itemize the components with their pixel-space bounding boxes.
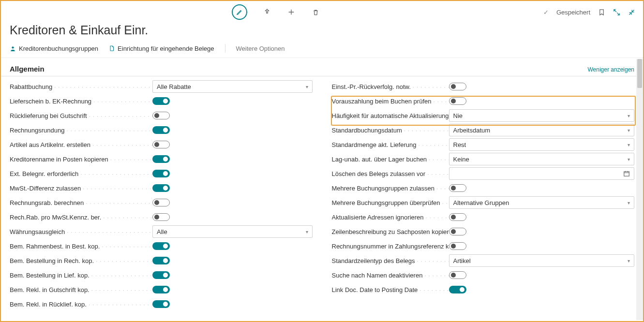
toggle-suche-namen-deakt[interactable]: [449, 271, 466, 279]
pencil-icon: [236, 9, 243, 15]
field-label: Bem. Rekl. in Gutschrift kop.: [10, 286, 90, 293]
plus-icon: [287, 8, 295, 16]
trash-icon: [312, 9, 319, 16]
bookmark-button[interactable]: [598, 9, 605, 16]
chevron-down-icon: ▾: [306, 84, 308, 89]
app-window: ✓ Gespeichert Kreditoren & Einkauf Einr.: [0, 0, 644, 322]
input-loeschen-vor[interactable]: [449, 167, 635, 180]
select-value: Arbeitsdatum: [453, 127, 491, 134]
field-label: Rabattbuchung: [10, 83, 52, 90]
toggle-kreditorenname[interactable]: [152, 155, 170, 163]
field-std-buchungsdatum: Standardbuchungsdatum Arbeitsdatum ▾: [332, 123, 635, 137]
action-divider: [225, 44, 225, 53]
action-incoming-docs-setup[interactable]: Einrichtung für eingehende Belege: [109, 45, 214, 52]
toggle-best-lief[interactable]: [152, 271, 170, 279]
field-label: Rücklieferung bei Gutschrift: [10, 112, 87, 119]
field-label: Bem. Rekl. in Rücklief. kop.: [10, 301, 87, 308]
form-column-left: Rabattbuchung Alle Rabatte ▾ Lieferschei…: [10, 79, 313, 311]
popout-button[interactable]: [613, 9, 620, 16]
select-value: Alle: [157, 228, 167, 235]
action-more-options[interactable]: Weitere Optionen: [236, 45, 285, 52]
toggle-ext-belegnr[interactable]: [152, 170, 170, 177]
toggle-rechrab-mwst[interactable]: [152, 213, 170, 221]
field-label: Zeilenbeschreibung zu Sachposten kopiere…: [332, 228, 449, 235]
select-rabattbuchung[interactable]: Alle Rabatte ▾: [152, 80, 313, 93]
action-bar: Kreditorenbuchungsgruppen Einrichtung fü…: [1, 40, 643, 58]
toggle-rechnungsrundung[interactable]: [152, 126, 170, 134]
share-button[interactable]: [263, 8, 271, 16]
action-vendor-posting-groups[interactable]: Kreditorenbuchungsgruppen: [10, 45, 98, 52]
select-std-zeilentyp[interactable]: Artikel ▾: [449, 254, 635, 267]
select-value: Alle Rabatte: [157, 83, 191, 90]
field-label: Mehrere Buchungsgruppen überprüfen: [332, 199, 440, 206]
select-std-menge-akt[interactable]: Rest ▾: [449, 138, 635, 151]
svg-point-0: [12, 46, 14, 48]
select-value: Keine: [453, 156, 469, 163]
select-value: Rest: [453, 141, 466, 148]
field-label: Standardmenge akt. Lieferung: [332, 141, 417, 148]
action-label: Einrichtung für eingehende Belege: [118, 45, 214, 52]
field-waehrungsausgleich: Währungsausgleich Alle ▾: [10, 224, 313, 239]
chevron-down-icon: ▾: [628, 258, 630, 263]
field-label: Rechnungsrundung: [10, 127, 64, 134]
calendar-icon[interactable]: [623, 170, 630, 177]
field-label: Lag-unab. aut. über Lager buchen: [332, 156, 427, 163]
toggle-akt-adressen-ign[interactable]: [449, 213, 466, 221]
top-right-controls: ✓ Gespeichert: [543, 9, 635, 16]
field-label: Standardzeilentyp des Belegs: [332, 257, 415, 264]
toggle-mehrere-bg-zulassen[interactable]: [449, 184, 466, 192]
field-label: Häufigkeit für automatische Aktualisieru…: [332, 112, 449, 119]
toggle-best-rech[interactable]: [152, 257, 170, 264]
form-column-right: Einst.-Pr.-Rückverfolg. notw. Vorauszahl…: [332, 79, 635, 311]
scrollbar[interactable]: [636, 59, 643, 320]
select-value: Alternative Gruppen: [453, 199, 509, 206]
svg-rect-1: [624, 172, 629, 176]
toggle-lieferschein-ek[interactable]: [152, 97, 170, 105]
toggle-artikel-aus-nr[interactable]: [152, 141, 170, 148]
select-waehrungsausgleich[interactable]: Alle ▾: [152, 225, 313, 238]
chevron-down-icon: ▾: [628, 113, 630, 118]
toggle-mwst-differenz[interactable]: [152, 184, 170, 192]
toggle-rechnungsrab[interactable]: [152, 199, 170, 206]
field-label: Kreditorenname in Posten kopieren: [10, 156, 108, 163]
person-icon: [10, 45, 16, 52]
toggle-rahmenbest[interactable]: [152, 242, 170, 250]
field-loeschen-vor: Löschen des Belegs zulassen vor: [332, 166, 635, 181]
select-value: Artikel: [453, 257, 471, 264]
select-value: Nie: [453, 112, 463, 119]
toggle-vorauszahlung[interactable]: [449, 97, 466, 105]
field-auto-update-freq: Häufigkeit für automatische Aktualisieru…: [332, 108, 635, 123]
select-lag-unab-aut[interactable]: Keine ▾: [449, 153, 635, 165]
toggle-rekl-gutschrift[interactable]: [152, 286, 170, 293]
scrollbar-thumb[interactable]: [637, 59, 642, 88]
bookmark-icon: [598, 9, 605, 16]
chevron-down-icon: ▾: [628, 157, 630, 162]
field-label: Einst.-Pr.-Rückverfolg. notw.: [332, 83, 411, 90]
new-button[interactable]: [287, 8, 296, 16]
toggle-link-doc-date[interactable]: [449, 286, 466, 293]
select-auto-update-freq[interactable]: Nie ▾: [449, 109, 635, 122]
field-label: Bem. Bestellung in Lief. kop.: [10, 272, 90, 279]
show-less-link[interactable]: Weniger anzeigen: [587, 66, 634, 73]
toggle-rechnr-zahlref[interactable]: [449, 242, 466, 250]
chevron-down-icon: ▾: [628, 142, 630, 147]
action-label: Weitere Optionen: [236, 45, 285, 52]
select-mehrere-bg-pruefen[interactable]: Alternative Gruppen ▾: [449, 196, 635, 209]
field-label: Rech.Rab. pro MwSt.Kennz. ber.: [10, 214, 101, 221]
collapse-button[interactable]: [628, 9, 635, 16]
field-label: Suche nach Namen deaktivieren: [332, 272, 423, 279]
toggle-einstpr-rueckverfolg[interactable]: [449, 83, 466, 90]
toggle-ruecklieferung[interactable]: [152, 112, 170, 119]
field-label: Währungsausgleich: [10, 228, 65, 235]
section-title: Allgemein: [10, 65, 45, 73]
popout-icon: [613, 9, 620, 16]
select-std-buchungsdatum[interactable]: Arbeitsdatum ▾: [449, 124, 635, 136]
field-label: Bem. Rahmenbest. in Best. kop.: [10, 243, 100, 250]
section-header-allgemein: Allgemein Weniger anzeigen: [1, 58, 643, 76]
edit-button[interactable]: [232, 4, 247, 20]
field-std-menge-akt: Standardmenge akt. Lieferung Rest ▾: [332, 137, 635, 152]
toggle-zeilenbeschr[interactable]: [449, 228, 466, 235]
toggle-rekl-ruecklief[interactable]: [152, 300, 170, 308]
top-command-bar: ✓ Gespeichert: [1, 1, 643, 23]
delete-button[interactable]: [311, 8, 320, 16]
